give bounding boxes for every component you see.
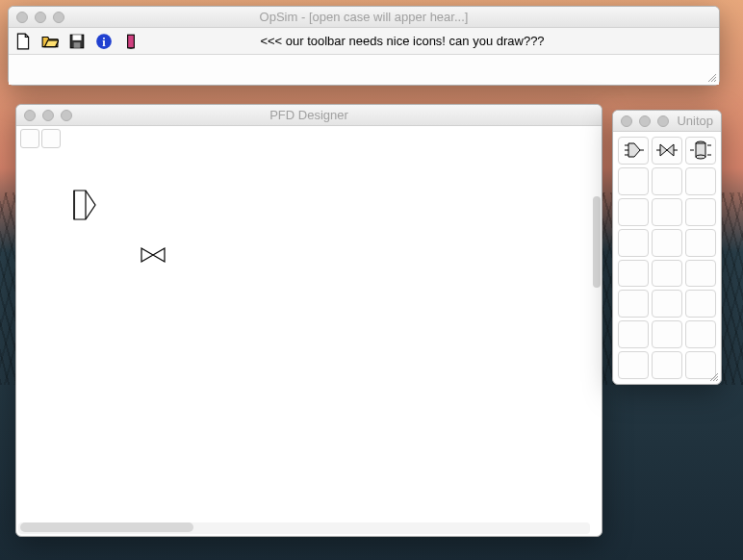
opsim-traffic-lights (9, 12, 64, 23)
resize-grip-icon[interactable] (707, 370, 719, 382)
valve-shape[interactable] (140, 246, 167, 267)
palette-empty[interactable] (618, 229, 649, 257)
palette-empty[interactable] (685, 320, 716, 348)
palette-empty[interactable] (652, 320, 682, 348)
palette-empty[interactable] (652, 198, 682, 226)
pfd-traffic-lights (16, 110, 72, 121)
pfd-titlebar[interactable]: PFD Designer (16, 105, 602, 126)
palette-empty[interactable] (652, 290, 682, 318)
pfd-tool-1[interactable] (20, 129, 39, 148)
resize-grip-icon[interactable] (705, 71, 717, 83)
svg-point-10 (696, 155, 705, 159)
opsim-titlebar[interactable]: OpSim - [open case will apper hear...] (9, 7, 719, 28)
palette-empty[interactable] (685, 167, 716, 195)
minimize-button[interactable] (35, 12, 46, 23)
horizontal-scrollbar-track[interactable] (18, 522, 590, 534)
zoom-button[interactable] (61, 110, 72, 121)
save-file-icon[interactable] (68, 33, 86, 50)
palette-empty[interactable] (652, 260, 682, 288)
palette-empty[interactable] (618, 320, 649, 348)
palette-empty[interactable] (618, 198, 649, 226)
palette-empty[interactable] (618, 167, 649, 195)
palette-empty[interactable] (618, 290, 649, 318)
palette-valve[interactable] (652, 137, 682, 165)
exit-icon[interactable] (122, 33, 140, 50)
info-icon[interactable]: i (95, 33, 113, 50)
opsim-content (9, 55, 719, 85)
pfd-toolbar (16, 126, 602, 150)
unitop-traffic-lights (613, 115, 669, 127)
opsim-title: OpSim - [open case will apper hear...] (9, 10, 719, 24)
new-file-icon[interactable] (14, 33, 32, 50)
pfd-title: PFD Designer (16, 108, 602, 122)
palette-empty[interactable] (618, 351, 649, 379)
palette-empty[interactable] (652, 351, 682, 379)
unitop-window: Unitop (612, 110, 722, 385)
palette-empty[interactable] (685, 260, 716, 288)
toolbar-message: <<< our toolbar needs nice icons! can yo… (149, 34, 713, 48)
palette-empty[interactable] (685, 229, 716, 257)
opsim-toolbar: i <<< our toolbar needs nice icons! can … (9, 28, 719, 55)
close-button[interactable] (16, 12, 28, 23)
pfd-designer-window: PFD Designer (15, 104, 602, 537)
minimize-button[interactable] (639, 115, 651, 127)
minimize-button[interactable] (42, 110, 54, 121)
svg-rect-2 (74, 42, 81, 48)
palette-empty[interactable] (685, 290, 716, 318)
palette-empty[interactable] (685, 198, 716, 226)
vertical-scrollbar[interactable] (593, 196, 601, 288)
svg-text:i: i (102, 35, 106, 48)
unitop-palette (613, 132, 721, 384)
palette-empty[interactable] (652, 229, 682, 257)
zoom-button[interactable] (53, 12, 64, 23)
pfd-tool-2[interactable] (41, 129, 61, 148)
horizontal-scrollbar-thumb[interactable] (20, 522, 193, 532)
mixer-shape[interactable] (72, 189, 97, 224)
opsim-window: OpSim - [open case will apper hear...] i… (8, 6, 720, 86)
palette-empty[interactable] (652, 167, 682, 195)
zoom-button[interactable] (657, 115, 669, 127)
palette-column[interactable] (685, 137, 716, 165)
close-button[interactable] (621, 115, 632, 127)
close-button[interactable] (24, 110, 36, 121)
open-file-icon[interactable] (41, 33, 59, 50)
svg-rect-1 (73, 35, 82, 40)
pfd-canvas[interactable] (16, 150, 602, 521)
unitop-titlebar[interactable]: Unitop (613, 111, 721, 132)
palette-mixer[interactable] (618, 137, 649, 165)
palette-empty[interactable] (618, 260, 649, 288)
svg-rect-5 (128, 35, 135, 48)
